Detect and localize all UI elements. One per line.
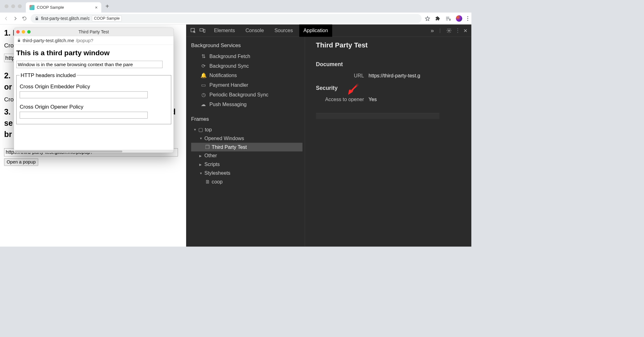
svg-point-0 [449,19,450,20]
coep-input[interactable] [20,91,148,98]
tree-scripts[interactable]: ▶Scripts [191,160,302,169]
kv-opener: Access to opener Yes [316,95,472,104]
card-icon: ▭ [201,82,206,88]
close-devtools-icon[interactable]: × [463,27,467,34]
browser-tabstrip: COOP Sample × + [0,0,471,12]
lock-icon [35,16,39,20]
svg-marker-5 [348,83,359,95]
clock-icon: ◷ [201,92,206,98]
popup-window: Third Party Test third-party-test.glitch… [14,28,174,153]
tree-coop[interactable]: 🗎 coop [191,178,302,186]
section-document: Document [316,61,472,67]
sidebar-item-notifications[interactable]: 🔔Notifications [191,71,302,81]
tab-favicon [29,5,34,10]
tree-stylesheets[interactable]: ▼Stylesheets [191,169,302,178]
devtools-sidebar: Background Services ⇅Background Fetch ⟳B… [186,37,305,247]
section-security: Security [316,85,472,91]
popup-urlbar[interactable]: third-party-test.glitch.me/popup? [14,36,174,45]
popup-title: Third Party Test [14,29,174,34]
coop-label: Cross Origin Opener Policy [20,104,168,110]
bell-icon: 🔔 [201,73,206,79]
opener-label: Access to opener [316,97,364,103]
omnibox-hint: COOP Sample [92,15,121,21]
devtools-main: Third Party Test Document URL https://th… [305,37,471,247]
reload-button[interactable] [22,16,27,21]
tree-third-party[interactable]: ❐ Third Party Test [191,143,302,152]
popup-url-host: third-party-test.glitch.me [22,37,74,43]
url-value: https://third-party-test.g [369,73,420,79]
fieldset-legend: HTTP headers included [20,72,77,78]
tab-console[interactable]: Console [241,24,268,37]
close-icon[interactable]: × [95,5,98,10]
popup-titlebar[interactable]: Third Party Test [14,28,174,36]
tab-sources[interactable]: Sources [270,24,297,37]
back-button[interactable] [3,16,9,21]
headers-fieldset: HTTP headers included Cross Origin Embed… [16,72,171,124]
popup-scrollbar[interactable] [14,150,174,153]
sidebar-item-periodic[interactable]: ◷Periodic Background Sync [191,90,302,100]
main-title: Third Party Test [316,41,472,49]
sync-icon: ⟳ [201,63,206,69]
devtools-kebab-icon[interactable] [457,28,458,33]
tree-opened-windows[interactable]: ▼ Opened Windows [191,134,302,143]
sidebar-item-push[interactable]: ☁Push Messaging [191,100,302,109]
tree-other[interactable]: ▶Other [191,151,302,160]
open-popup-button[interactable]: Open a popup [4,158,38,166]
tab-title: COOP Sample [37,5,93,10]
devtools-panel: Elements Console Sources Application » |… [186,24,472,247]
tab-elements[interactable]: Elements [210,24,239,37]
bookmark-star-icon[interactable] [425,16,430,21]
window-traffic-lights [2,4,24,8]
fetch-icon: ⇅ [201,53,206,59]
browser-tab[interactable]: COOP Sample × [26,2,102,12]
forward-button[interactable] [12,16,18,21]
browser-toolbar: first-party-test.glitch.me/c COOP Sample [0,12,471,24]
device-icon[interactable] [199,27,205,33]
more-tabs-icon[interactable]: » [431,27,434,34]
svg-rect-3 [204,29,205,32]
inspect-icon[interactable] [190,27,196,33]
coep-label: Cross Origin Embedder Policy [20,83,168,90]
devtools-footer-bar [316,113,439,119]
tab-application[interactable]: Application [299,24,332,37]
sidebar-item-bgsync[interactable]: ⟳Background Sync [191,61,302,71]
popup-heading: This is a third party window [16,49,171,57]
sidebar-heading-bg: Background Services [191,42,302,48]
lock-icon [17,38,21,42]
new-tab-button[interactable]: + [103,2,111,10]
omnibox-url: first-party-test.glitch.me/c [41,16,90,21]
context-message[interactable]: Window is in the same browsing context t… [16,61,162,68]
tree-top[interactable]: ▼ ▢ top [191,125,302,134]
opener-value: Yes [369,97,377,103]
svg-point-4 [448,30,449,31]
window-copy-icon: ❐ [205,144,210,150]
devtools-tabbar: Elements Console Sources Application » |… [186,24,472,37]
page-heading-3a: 3. [4,108,11,117]
popup-body: This is a third party window Window is i… [14,45,174,150]
gear-icon[interactable] [446,28,452,33]
window-icon: ▢ [198,127,203,133]
url-label: URL [316,73,364,79]
sidebar-heading-frames: Frames [191,116,302,122]
page-heading-2: 2. [4,71,11,80]
extensions-icon[interactable] [435,16,440,21]
media-icon[interactable] [445,16,451,21]
popup-url-path: /popup? [76,37,93,43]
sidebar-item-payment[interactable]: ▭Payment Handler [191,81,302,90]
arrow-annotation-icon [347,82,360,95]
file-icon: 🗎 [205,179,210,185]
kebab-menu-icon[interactable] [467,16,468,21]
omnibox[interactable]: first-party-test.glitch.me/c COOP Sample [31,14,422,23]
cloud-icon: ☁ [201,101,206,107]
page-content: 1. Load this page with a COOP header Cro… [0,24,186,247]
svg-rect-2 [200,28,203,31]
coop-input[interactable] [20,112,148,119]
sidebar-item-bgfetch[interactable]: ⇅Background Fetch [191,51,302,61]
profile-avatar[interactable] [456,15,462,22]
kv-url: URL https://third-party-test.g [316,71,472,80]
